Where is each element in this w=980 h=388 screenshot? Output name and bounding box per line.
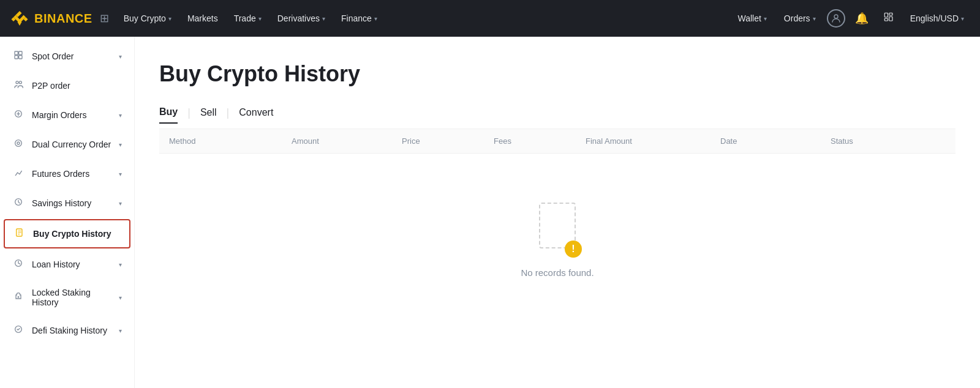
futures-orders-label: Futures Orders bbox=[32, 169, 111, 179]
svg-point-10 bbox=[16, 81, 18, 84]
derivatives-caret: ▾ bbox=[322, 15, 325, 22]
layout: Spot Order ▾ P2P order Margin Orders ▾ D… bbox=[0, 37, 980, 388]
svg-rect-6 bbox=[15, 51, 18, 54]
warning-circle-icon: ! bbox=[565, 241, 582, 258]
futures-orders-icon bbox=[12, 168, 24, 180]
svg-rect-7 bbox=[19, 51, 22, 54]
sidebar-item-spot-order[interactable]: Spot Order ▾ bbox=[0, 42, 134, 71]
dual-currency-caret: ▾ bbox=[119, 141, 122, 148]
sidebar-item-margin-orders[interactable]: Margin Orders ▾ bbox=[0, 100, 134, 130]
sidebar-item-buy-crypto-history[interactable]: Buy Crypto History bbox=[4, 219, 130, 248]
loan-history-icon bbox=[12, 258, 24, 270]
bell-icon[interactable]: 🔔 bbox=[850, 7, 873, 30]
svg-rect-2 bbox=[884, 13, 888, 17]
loan-history-label: Loan History bbox=[32, 259, 111, 269]
sidebar: Spot Order ▾ P2P order Margin Orders ▾ D… bbox=[0, 37, 135, 388]
col-amount: Amount bbox=[282, 136, 392, 146]
defi-staking-icon bbox=[12, 324, 24, 337]
tab-sep-1: | bbox=[187, 106, 190, 119]
nav-language[interactable]: English/USD ▾ bbox=[904, 9, 970, 28]
tab-convert[interactable]: Convert bbox=[239, 102, 273, 123]
nav-finance[interactable]: Finance ▾ bbox=[334, 9, 385, 28]
nav-orders[interactable]: Orders ▾ bbox=[778, 9, 822, 28]
col-date: Date bbox=[710, 136, 821, 146]
col-price: Price bbox=[392, 136, 484, 146]
grid-icon[interactable]: ⊞ bbox=[100, 12, 109, 25]
nav-derivatives[interactable]: Derivatives ▾ bbox=[270, 9, 333, 28]
dual-currency-label: Dual Currency Order bbox=[32, 140, 111, 149]
sidebar-item-futures-orders[interactable]: Futures Orders ▾ bbox=[0, 159, 134, 188]
nav-markets[interactable]: Markets bbox=[180, 9, 225, 28]
savings-history-caret: ▾ bbox=[119, 200, 122, 207]
avatar-icon[interactable] bbox=[827, 9, 845, 28]
svg-rect-4 bbox=[889, 17, 892, 21]
margin-orders-icon bbox=[12, 109, 24, 121]
tab-sep-2: | bbox=[227, 106, 230, 119]
sidebar-item-savings-history[interactable]: Savings History ▾ bbox=[0, 188, 134, 218]
locked-staking-caret: ▾ bbox=[119, 294, 122, 301]
defi-staking-caret: ▾ bbox=[119, 327, 122, 334]
table-header: Method Amount Price Fees Final Amount Da… bbox=[159, 129, 956, 154]
tabs-bar: Buy | Sell | Convert bbox=[159, 102, 956, 124]
svg-point-23 bbox=[18, 296, 20, 298]
p2p-order-icon bbox=[12, 80, 24, 92]
margin-orders-caret: ▾ bbox=[119, 112, 122, 119]
logo-text: BINANCE bbox=[34, 12, 92, 26]
loan-history-caret: ▾ bbox=[119, 261, 122, 268]
page-title: Buy Crypto History bbox=[159, 61, 956, 87]
col-status: Status bbox=[821, 136, 913, 146]
empty-state-text: No records found. bbox=[521, 267, 594, 278]
trade-caret: ▾ bbox=[258, 15, 262, 22]
table-wrapper: Method Amount Price Fees Final Amount Da… bbox=[159, 129, 956, 315]
margin-orders-label: Margin Orders bbox=[32, 110, 111, 120]
nav-wallet[interactable]: Wallet ▾ bbox=[731, 9, 772, 28]
sidebar-item-locked-staking-history[interactable]: Locked Staking History ▾ bbox=[0, 279, 134, 316]
spot-order-caret: ▾ bbox=[119, 53, 122, 60]
download-icon[interactable] bbox=[878, 7, 899, 31]
binance-logo[interactable]: BINANCE bbox=[10, 9, 92, 28]
main-content: Buy Crypto History Buy | Sell | Convert … bbox=[135, 37, 980, 388]
sidebar-item-loan-history[interactable]: Loan History ▾ bbox=[0, 250, 134, 279]
defi-staking-label: Defi Staking History bbox=[32, 326, 111, 335]
topnav: BINANCE ⊞ Buy Crypto ▾ Markets Trade ▾ D… bbox=[0, 0, 980, 37]
buy-crypto-history-label: Buy Crypto History bbox=[33, 229, 121, 239]
svg-point-1 bbox=[834, 15, 838, 18]
dual-currency-icon bbox=[12, 138, 24, 151]
svg-point-16 bbox=[17, 142, 20, 144]
sidebar-item-p2p-order[interactable]: P2P order bbox=[0, 71, 134, 100]
topnav-right: Wallet ▾ Orders ▾ 🔔 English/USD ▾ bbox=[731, 7, 970, 31]
finance-caret: ▾ bbox=[374, 15, 377, 22]
sidebar-item-dual-currency-order[interactable]: Dual Currency Order ▾ bbox=[0, 130, 134, 159]
tab-sell[interactable]: Sell bbox=[200, 102, 217, 123]
svg-rect-9 bbox=[19, 56, 22, 59]
col-method: Method bbox=[159, 136, 282, 146]
svg-rect-8 bbox=[15, 56, 18, 59]
locked-staking-label: Locked Staking History bbox=[32, 288, 111, 307]
spot-order-icon bbox=[12, 50, 24, 62]
svg-point-11 bbox=[19, 81, 21, 84]
p2p-order-label: P2P order bbox=[32, 81, 122, 91]
svg-rect-5 bbox=[884, 18, 888, 21]
topnav-menu: Buy Crypto ▾ Markets Trade ▾ Derivatives… bbox=[116, 9, 729, 28]
buy-crypto-history-icon bbox=[13, 228, 26, 240]
locked-staking-icon bbox=[12, 291, 24, 304]
svg-rect-3 bbox=[889, 13, 892, 15]
nav-buy-crypto[interactable]: Buy Crypto ▾ bbox=[116, 9, 179, 28]
spot-order-label: Spot Order bbox=[32, 51, 111, 61]
col-final-amount: Final Amount bbox=[576, 136, 710, 146]
svg-point-15 bbox=[15, 140, 22, 147]
savings-history-label: Savings History bbox=[32, 198, 111, 208]
col-fees: Fees bbox=[484, 136, 576, 146]
tab-buy[interactable]: Buy bbox=[159, 102, 178, 124]
savings-history-icon bbox=[12, 197, 24, 209]
futures-orders-caret: ▾ bbox=[119, 171, 122, 177]
empty-state-icon: ! bbox=[533, 203, 582, 258]
empty-state: ! No records found. bbox=[159, 154, 956, 315]
buy-crypto-caret: ▾ bbox=[168, 15, 172, 22]
nav-trade[interactable]: Trade ▾ bbox=[227, 9, 269, 28]
sidebar-item-defi-staking-history[interactable]: Defi Staking History ▾ bbox=[0, 316, 134, 345]
